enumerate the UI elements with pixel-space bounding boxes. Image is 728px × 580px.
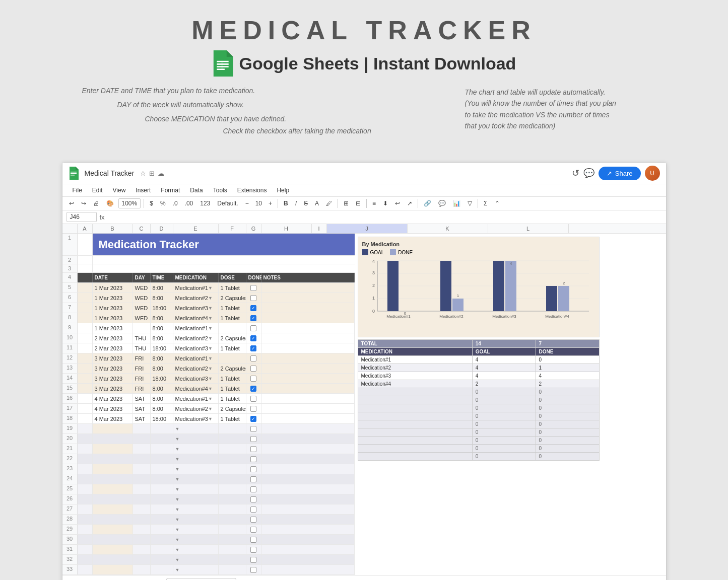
- c9G[interactable]: [246, 323, 261, 333]
- checkbox-12[interactable]: [250, 355, 256, 361]
- c10G[interactable]: [246, 333, 261, 343]
- checkbox-11[interactable]: [250, 345, 256, 351]
- comments-icon[interactable]: 💬: [583, 168, 594, 179]
- menu-file[interactable]: File: [69, 185, 86, 195]
- font-size-minus[interactable]: −: [243, 199, 251, 208]
- col-header-E[interactable]: E: [173, 224, 219, 233]
- zoom-select[interactable]: 100%: [118, 198, 141, 208]
- wrap-btn[interactable]: ↩: [392, 199, 403, 208]
- col-header-A[interactable]: A: [78, 224, 93, 233]
- c11G[interactable]: [246, 343, 261, 353]
- c23G[interactable]: [246, 464, 261, 474]
- c21G[interactable]: [246, 444, 261, 454]
- c5G[interactable]: [246, 283, 261, 293]
- align-btn[interactable]: ≡: [370, 199, 378, 208]
- col-header-I[interactable]: I: [312, 224, 327, 233]
- c29G[interactable]: [246, 525, 261, 534]
- c25G[interactable]: [246, 484, 261, 494]
- col-header-K[interactable]: K: [408, 224, 488, 233]
- c28G[interactable]: [246, 515, 261, 524]
- tab-instruction[interactable]: Instruction ▼: [83, 578, 127, 580]
- menu-help[interactable]: Help: [273, 185, 293, 195]
- bold-btn[interactable]: B: [281, 199, 291, 208]
- c6G[interactable]: [246, 293, 261, 303]
- print-btn[interactable]: 🖨: [91, 199, 102, 208]
- checkbox-15[interactable]: [250, 386, 256, 392]
- decimal2-btn[interactable]: .00: [182, 199, 196, 208]
- c8G[interactable]: [246, 313, 261, 323]
- c12G[interactable]: [246, 353, 261, 363]
- col-header-H[interactable]: H: [261, 224, 312, 233]
- checkbox-18[interactable]: [250, 416, 256, 422]
- font-name[interactable]: Default.: [215, 199, 240, 208]
- checkbox-31[interactable]: [250, 547, 256, 553]
- paint-format-btn[interactable]: 🎨: [104, 199, 116, 208]
- checkbox-20[interactable]: [250, 436, 256, 442]
- c22G[interactable]: [246, 454, 261, 464]
- checkbox-29[interactable]: [250, 527, 256, 533]
- checkbox-26[interactable]: [250, 496, 256, 502]
- borders-btn[interactable]: ⊞: [341, 199, 351, 208]
- tab-master[interactable]: Master ▼: [129, 578, 165, 580]
- text-color-btn[interactable]: A: [312, 199, 321, 208]
- formula-btn[interactable]: Σ: [481, 199, 490, 208]
- grid-icon[interactable]: ⊞: [149, 170, 155, 177]
- c20G[interactable]: [246, 434, 261, 444]
- c13G[interactable]: [246, 364, 261, 373]
- c27G[interactable]: [246, 504, 261, 514]
- c31G[interactable]: [246, 545, 261, 554]
- menu-view[interactable]: View: [109, 185, 130, 195]
- undo-btn[interactable]: ↩: [67, 199, 77, 208]
- col-header-C[interactable]: C: [133, 224, 151, 233]
- menu-data[interactable]: Data: [186, 185, 207, 195]
- checkbox-33[interactable]: [250, 567, 256, 573]
- col-header-D[interactable]: D: [151, 224, 173, 233]
- c24G[interactable]: [246, 474, 261, 484]
- col-header-F[interactable]: F: [219, 224, 246, 233]
- menu-tools[interactable]: Tools: [209, 185, 231, 195]
- checkbox-24[interactable]: [250, 476, 256, 482]
- share-button[interactable]: ↗ Share: [599, 167, 641, 180]
- checkbox-27[interactable]: [250, 506, 256, 513]
- strikethrough-btn[interactable]: S: [301, 199, 310, 208]
- checkbox-23[interactable]: [250, 466, 256, 472]
- checkbox-30[interactable]: [250, 537, 256, 543]
- expand-btn[interactable]: ⌃: [492, 199, 502, 208]
- italic-btn[interactable]: I: [293, 199, 299, 208]
- cell-reference[interactable]: J46: [67, 212, 97, 222]
- link-btn[interactable]: 🔗: [421, 199, 434, 208]
- c26G[interactable]: [246, 494, 261, 504]
- highlight-btn[interactable]: 🖊: [323, 199, 335, 208]
- currency-btn[interactable]: $: [147, 199, 156, 208]
- c14G[interactable]: [246, 374, 261, 383]
- col-header-L[interactable]: L: [488, 224, 569, 233]
- checkbox-7[interactable]: [250, 305, 256, 311]
- checkbox-28[interactable]: [250, 517, 256, 523]
- checkbox-16[interactable]: [250, 396, 256, 402]
- font-size-plus[interactable]: +: [266, 199, 275, 208]
- c19G[interactable]: [246, 424, 261, 433]
- number-btn[interactable]: 123: [197, 199, 213, 208]
- c7G[interactable]: [246, 303, 261, 313]
- tab-blood-pressure[interactable]: Blood Pressure Tracker ▼: [309, 578, 385, 580]
- history-icon[interactable]: ↺: [572, 168, 579, 179]
- star-icon[interactable]: ☆: [140, 170, 146, 177]
- c30G[interactable]: [246, 535, 261, 544]
- comment-btn[interactable]: 💬: [436, 199, 448, 208]
- col-header-G[interactable]: G: [246, 224, 261, 233]
- checkbox-5[interactable]: [250, 285, 256, 291]
- menu-insert[interactable]: Insert: [131, 185, 155, 195]
- checkbox-8[interactable]: [250, 315, 256, 321]
- c15G[interactable]: [246, 384, 261, 393]
- tab-medication-expense[interactable]: Medication Expense ▼: [238, 578, 307, 580]
- decimal-btn[interactable]: .0: [170, 199, 180, 208]
- percent-btn[interactable]: %: [158, 199, 168, 208]
- rotate-btn[interactable]: ↗: [405, 199, 415, 208]
- redo-btn[interactable]: ↪: [79, 199, 89, 208]
- checkbox-10[interactable]: [250, 335, 256, 341]
- checkbox-13[interactable]: [250, 366, 256, 372]
- c16G[interactable]: [246, 394, 261, 403]
- tab-medication-tracker[interactable]: Medication Tracker ▼: [166, 578, 236, 580]
- checkbox-17[interactable]: [250, 406, 256, 412]
- checkbox-32[interactable]: [250, 557, 256, 563]
